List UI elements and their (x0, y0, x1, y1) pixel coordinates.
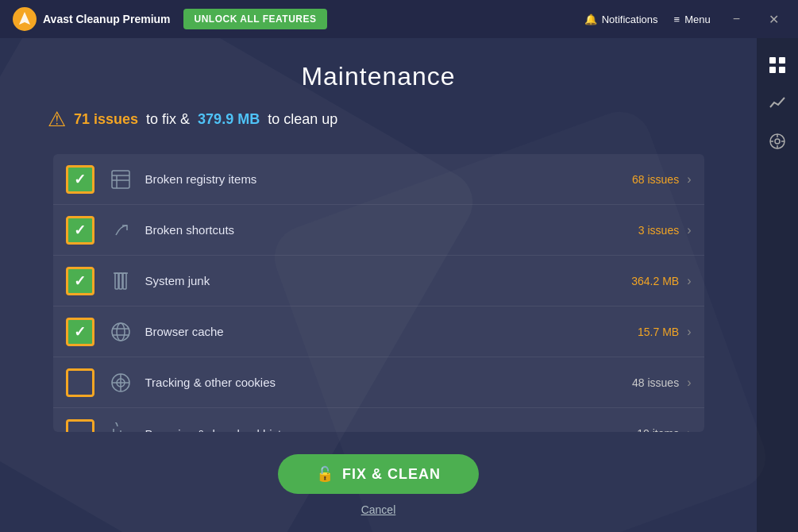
item-label: System junk (145, 274, 632, 287)
item-icon-junk (107, 268, 134, 295)
item-value: 10 items (637, 427, 679, 432)
list-item[interactable]: ✓ Broken shortcuts3 issues› (53, 205, 704, 256)
checkbox-item-3[interactable]: ✓ (66, 318, 94, 346)
list-item[interactable]: ✓ System junk364.2 MB› (53, 256, 704, 306)
cancel-button[interactable]: Cancel (361, 503, 396, 516)
checkbox-item-5[interactable]: ✓ (66, 419, 94, 432)
chevron-right-icon: › (687, 223, 691, 237)
item-label: Tracking & other cookies (145, 376, 633, 389)
list-item[interactable]: ✓ Tracking & other cookies48 issues› (53, 357, 704, 408)
list-item[interactable]: ✓ Broken registry items68 issues› (53, 154, 704, 205)
item-icon-browser (107, 318, 134, 345)
checkbox-item-0[interactable]: ✓ (66, 165, 94, 194)
chart-icon (769, 94, 786, 116)
grid-view-button[interactable] (761, 51, 793, 83)
svg-point-11 (117, 323, 125, 341)
checkbox-item-2[interactable]: ✓ (66, 267, 94, 295)
checkmark-icon: ✓ (74, 272, 86, 290)
sidebar-right (757, 38, 798, 532)
maintenance-button[interactable] (761, 127, 793, 159)
summary-text2: to clean up (268, 111, 337, 128)
titlebar: Avast Cleanup Premium UNLOCK ALL FEATURE… (0, 0, 798, 38)
bell-icon: 🔔 (584, 13, 597, 25)
chart-view-button[interactable] (761, 89, 793, 121)
item-value: 48 issues (632, 376, 679, 389)
fix-and-clean-button[interactable]: 🔓 FIX & CLEAN (278, 454, 479, 494)
menu-button[interactable]: ≡ Menu (674, 13, 711, 25)
item-label: Broken registry items (145, 172, 633, 186)
maintenance-icon (769, 133, 786, 154)
svg-rect-20 (769, 57, 776, 64)
checkmark-icon: ✓ (74, 323, 86, 341)
menu-icon: ≡ (674, 13, 680, 25)
list-item[interactable]: ✓ Browser cache15.7 MB› (53, 306, 704, 357)
notifications-label: Notifications (602, 13, 658, 25)
svg-rect-7 (119, 273, 122, 289)
avast-logo-icon (13, 7, 37, 31)
checkbox-item-1[interactable]: ✓ (66, 216, 94, 245)
chevron-right-icon: › (687, 376, 691, 390)
svg-rect-2 (112, 171, 129, 188)
item-icon-registry (107, 166, 134, 193)
unlock-all-features-button[interactable]: UNLOCK ALL FEATURES (183, 9, 328, 29)
issues-count: 71 issues (74, 111, 138, 128)
chevron-right-icon: › (687, 172, 691, 187)
app-logo: Avast Cleanup Premium (13, 7, 171, 31)
notifications-button[interactable]: 🔔 Notifications (584, 13, 658, 25)
svg-rect-23 (779, 67, 785, 73)
minimize-button[interactable]: − (727, 9, 746, 29)
item-label: Browser cache (145, 325, 638, 338)
item-label: Browsing & download history (145, 427, 638, 433)
summary-bar: ⚠ 71 issues to fix & 379.9 MB to clean u… (48, 107, 337, 132)
item-value: 15.7 MB (638, 326, 679, 338)
grid-icon (769, 56, 786, 78)
chevron-right-icon: › (687, 325, 691, 339)
lock-icon: 🔓 (316, 465, 334, 483)
item-icon-shortcut (107, 217, 134, 244)
item-value: 3 issues (638, 224, 679, 237)
menu-label: Menu (684, 13, 711, 25)
content-area: Maintenance ⚠ 71 issues to fix & 379.9 M… (0, 38, 757, 532)
svg-rect-6 (115, 273, 118, 289)
svg-rect-8 (123, 273, 126, 289)
titlebar-right: 🔔 Notifications ≡ Menu − ✕ (584, 9, 785, 30)
checkmark-icon: ✓ (74, 222, 86, 239)
page-title: Maintenance (301, 62, 455, 91)
items-list: ✓ Broken registry items68 issues›✓ Broke… (53, 154, 704, 432)
bottom-actions: 🔓 FIX & CLEAN Cancel (278, 454, 479, 516)
close-button[interactable]: ✕ (762, 9, 785, 30)
chevron-right-icon: › (687, 426, 691, 432)
app-name: Avast Cleanup Premium (43, 13, 171, 25)
item-label: Broken shortcuts (145, 223, 638, 237)
item-value: 364.2 MB (631, 275, 679, 287)
svg-point-25 (775, 139, 780, 144)
size-value: 379.9 MB (198, 111, 260, 128)
svg-rect-21 (779, 57, 785, 64)
summary-text1: to fix & (146, 111, 190, 128)
svg-rect-22 (769, 67, 776, 73)
checkmark-icon: ✓ (74, 171, 86, 188)
main-area: Maintenance ⚠ 71 issues to fix & 379.9 M… (0, 38, 798, 532)
item-icon-tracking (107, 369, 134, 396)
item-icon-history (107, 420, 134, 432)
checkbox-item-4[interactable]: ✓ (66, 368, 94, 397)
svg-point-10 (112, 323, 129, 341)
warning-icon: ⚠ (48, 107, 66, 132)
chevron-right-icon: › (687, 274, 691, 288)
item-value: 68 issues (632, 173, 679, 186)
fix-button-label: FIX & CLEAN (342, 466, 441, 483)
list-item[interactable]: ✓ Browsing & download history10 items› (53, 408, 704, 432)
